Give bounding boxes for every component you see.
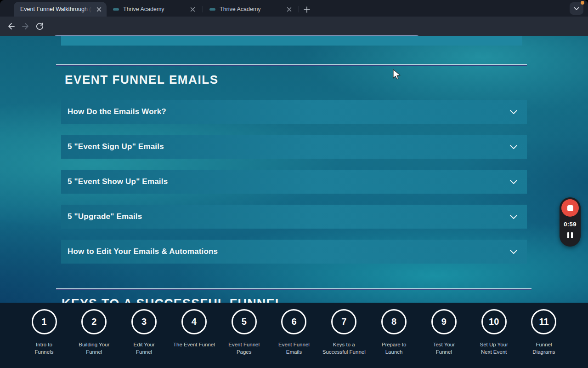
close-icon[interactable] — [285, 5, 293, 13]
nav-item-the-event-funnel[interactable]: 4 The Event Funnel — [170, 309, 218, 368]
section-divider — [56, 64, 527, 66]
plus-icon — [304, 6, 310, 13]
tab-thrive-academy-1[interactable]: Thrive Academy — [109, 2, 200, 17]
tab-title: Event Funnel Walkthrough (S — [20, 6, 92, 12]
nav-item-test-your-funnel[interactable]: 9 Test YourFunnel — [420, 309, 468, 368]
nav-label: Edit YourFunnel — [134, 341, 155, 356]
nav-label: Prepare toLaunch — [382, 341, 407, 356]
nav-circle: 3 — [131, 309, 157, 334]
nav-circle: 10 — [481, 309, 507, 334]
nav-item-set-up-next-event[interactable]: 10 Set Up YourNext Event — [470, 309, 518, 368]
chevron-down-icon — [509, 249, 518, 254]
nav-label: The Event Funnel — [173, 341, 215, 349]
tab-thrive-academy-2[interactable]: Thrive Academy — [206, 2, 297, 17]
tab-title: Thrive Academy — [220, 6, 282, 12]
nav-circle: 2 — [81, 309, 107, 334]
reload-icon — [35, 22, 44, 31]
nav-number: 11 — [539, 316, 548, 327]
nav-item-edit-your-funnel[interactable]: 3 Edit YourFunnel — [120, 309, 168, 368]
tab-strip: Event Funnel Walkthrough (S Thrive Acade… — [0, 0, 588, 17]
nav-circle: 6 — [281, 309, 306, 334]
nav-number: 1 — [41, 316, 46, 327]
browser-toolbar: app.thrivemarketingmachine.com/v2/previe… — [0, 17, 588, 36]
nav-item-funnel-diagrams[interactable]: 11 FunnelDiagrams — [520, 309, 568, 368]
nav-circle: 11 — [531, 309, 556, 334]
nav-number: 3 — [141, 316, 147, 327]
nav-number: 8 — [391, 316, 396, 327]
page-content: EVENT FUNNEL EMAILS How Do the Emails Wo… — [0, 36, 588, 303]
nav-number: 5 — [242, 316, 247, 327]
stop-recording-button[interactable] — [561, 199, 579, 217]
nav-number: 4 — [192, 316, 197, 327]
accordion-label: 5 "Event Show Up" Emails — [68, 177, 168, 186]
nav-label: Keys to aSuccessful Funnel — [322, 341, 366, 356]
accordion-label: How to Edit Your Emails & Automations — [68, 247, 218, 256]
nav-number: 10 — [489, 316, 499, 327]
nav-label: Building YourFunnel — [79, 341, 109, 356]
nav-item-event-funnel-emails[interactable]: 6 Event FunnelEmails — [270, 309, 318, 368]
pause-icon — [567, 232, 569, 238]
back-button[interactable] — [6, 21, 17, 32]
chevron-down-icon — [509, 179, 518, 184]
accordion-label: 5 "Upgrade" Emails — [68, 212, 142, 221]
forward-button[interactable] — [20, 21, 31, 32]
close-icon[interactable] — [95, 5, 103, 13]
forward-arrow-icon — [21, 22, 30, 31]
nav-circle: 1 — [32, 309, 57, 334]
tab-event-funnel-walkthrough[interactable]: Event Funnel Walkthrough (S — [14, 2, 107, 17]
pause-recording-button[interactable] — [567, 232, 573, 238]
nav-label: FunnelDiagrams — [532, 341, 555, 356]
nav-label: Test YourFunnel — [433, 341, 455, 356]
recording-timer: 0:59 — [564, 221, 577, 228]
accordion-label: 5 "Event Sign Up" Emails — [68, 142, 164, 151]
clipped-accordion-row[interactable] — [61, 36, 522, 46]
reload-button[interactable] — [34, 21, 45, 32]
nav-item-intro-to-funnels[interactable]: 1 Intro toFunnels — [20, 309, 68, 368]
nav-item-building-your-funnel[interactable]: 2 Building YourFunnel — [70, 309, 118, 368]
nav-number: 6 — [291, 316, 296, 327]
nav-label: Intro toFunnels — [35, 341, 54, 356]
thrive-favicon-icon — [209, 8, 215, 11]
course-bottom-nav: 1 Intro toFunnels 2 Building YourFunnel … — [0, 303, 588, 368]
nav-circle: 4 — [181, 309, 207, 334]
chevron-down-icon — [509, 109, 518, 115]
browser-window: Event Funnel Walkthrough (S Thrive Acade… — [0, 0, 588, 368]
back-arrow-icon — [6, 22, 16, 31]
next-section-title: KEYS TO A SUCCESSFUL FUNNEL — [62, 297, 283, 303]
nav-label: Event FunnelPages — [228, 341, 260, 356]
mouse-cursor — [391, 69, 401, 80]
nav-circle: 7 — [331, 309, 356, 334]
new-tab-button[interactable] — [301, 4, 312, 15]
accordion-upgrade-emails[interactable]: 5 "Upgrade" Emails — [61, 205, 527, 229]
accordion-how-emails-work[interactable]: How Do the Emails Work? — [61, 100, 527, 124]
chevron-down-icon — [574, 7, 579, 11]
nav-item-keys-to-successful-funnel[interactable]: 7 Keys to aSuccessful Funnel — [320, 309, 368, 368]
pause-icon — [571, 232, 573, 238]
accordion-label: How Do the Emails Work? — [68, 107, 166, 116]
nav-circle: 5 — [232, 309, 257, 334]
nav-label: Set Up YourNext Event — [480, 341, 508, 356]
chevron-down-icon — [509, 144, 518, 150]
nav-number: 2 — [91, 316, 96, 327]
accordion-event-showup-emails[interactable]: 5 "Event Show Up" Emails — [61, 170, 527, 194]
section-divider — [56, 288, 531, 290]
tab-title: Thrive Academy — [123, 6, 186, 12]
nav-number: 9 — [441, 316, 447, 327]
tab-separator — [299, 6, 299, 12]
close-icon[interactable] — [188, 5, 197, 13]
section-title: EVENT FUNNEL EMAILS — [65, 73, 219, 87]
thrive-favicon-icon — [113, 8, 119, 11]
nav-label: Event FunnelEmails — [278, 341, 310, 356]
nav-circle: 8 — [381, 309, 407, 334]
nav-item-event-funnel-pages[interactable]: 5 Event FunnelPages — [220, 309, 268, 368]
screen-recorder-widget: 0:59 — [560, 197, 581, 247]
nav-circle: 9 — [431, 309, 457, 334]
chevron-down-icon — [509, 214, 518, 219]
accordion-event-signup-emails[interactable]: 5 "Event Sign Up" Emails — [61, 135, 527, 159]
nav-item-prepare-to-launch[interactable]: 8 Prepare toLaunch — [370, 309, 418, 368]
update-notification-dot — [581, 1, 584, 5]
nav-number: 7 — [341, 316, 346, 327]
accordion-edit-emails-automations[interactable]: How to Edit Your Emails & Automations — [61, 240, 527, 264]
stop-icon — [567, 205, 573, 211]
accordion-list: How Do the Emails Work? 5 "Event Sign Up… — [61, 100, 527, 275]
